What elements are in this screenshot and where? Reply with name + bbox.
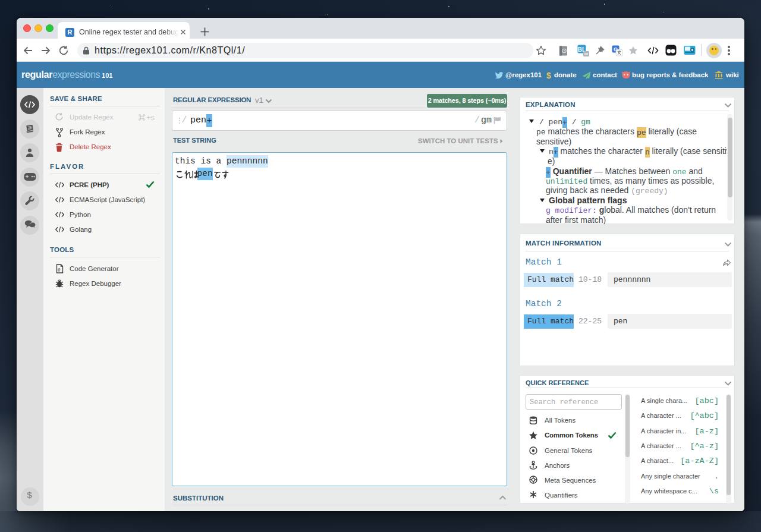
svg-text:@: @ <box>58 267 61 272</box>
